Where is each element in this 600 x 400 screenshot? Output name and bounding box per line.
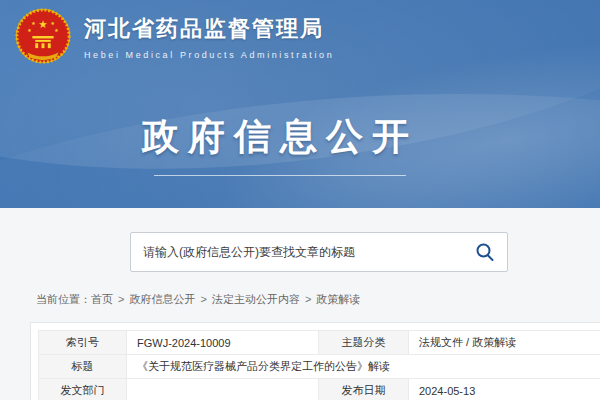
breadcrumb-separator: > bbox=[118, 293, 124, 305]
search-button[interactable] bbox=[475, 242, 495, 262]
table-row: 索引号 FGWJ-2024-10009 主题分类 法规文件 / 政策解读 bbox=[39, 331, 600, 355]
date-value: 2024-05-13 bbox=[409, 379, 600, 400]
category-label: 主题分类 bbox=[319, 331, 409, 355]
content-area: 当前位置：首页>政府信息公开>法定主动公开内容>政策解读 索引号 FGWJ-20… bbox=[0, 208, 600, 400]
svg-text:★: ★ bbox=[31, 21, 36, 26]
org-text: 河北省药品监督管理局 Hebei Medical Products Admini… bbox=[84, 14, 334, 60]
category-value: 法规文件 / 政策解读 bbox=[409, 331, 600, 355]
banner: 政府信息公开 bbox=[0, 112, 560, 176]
svg-text:★: ★ bbox=[27, 28, 32, 33]
breadcrumb-item-home[interactable]: 首页 bbox=[91, 293, 113, 305]
svg-text:★: ★ bbox=[38, 18, 48, 30]
department-value bbox=[127, 379, 319, 400]
breadcrumb-separator: > bbox=[200, 293, 206, 305]
date-label: 发布日期 bbox=[319, 379, 409, 400]
index-value: FGWJ-2024-10009 bbox=[127, 331, 319, 355]
document-info-table: 索引号 FGWJ-2024-10009 主题分类 法规文件 / 政策解读 标题 … bbox=[38, 330, 600, 400]
breadcrumb: 当前位置：首页>政府信息公开>法定主动公开内容>政策解读 bbox=[36, 292, 360, 307]
breadcrumb-item-gov-info[interactable]: 政府信息公开 bbox=[129, 293, 195, 305]
title-value: 《关于规范医疗器械产品分类界定工作的公告》解读 bbox=[127, 355, 600, 379]
breadcrumb-item-policy[interactable]: 政策解读 bbox=[316, 293, 360, 305]
national-emblem-icon: ★ ★ ★ ★ ★ bbox=[14, 8, 72, 66]
table-row: 发文部门 发布日期 2024-05-13 bbox=[39, 379, 600, 400]
svg-text:★: ★ bbox=[54, 28, 59, 33]
org-name-en: Hebei Medical Products Administration bbox=[84, 50, 334, 60]
search-box bbox=[130, 232, 508, 272]
document-info-card: 索引号 FGWJ-2024-10009 主题分类 法规文件 / 政策解读 标题 … bbox=[30, 322, 600, 400]
breadcrumb-label: 当前位置： bbox=[36, 293, 91, 305]
department-label: 发文部门 bbox=[39, 379, 127, 400]
search-input[interactable] bbox=[143, 245, 467, 259]
page: ★ ★ ★ ★ ★ 河北省药品监督管理局 Hebei Medical Produ… bbox=[0, 0, 600, 400]
table-row: 标题 《关于规范医疗器械产品分类界定工作的公告》解读 bbox=[39, 355, 600, 379]
hero-header: ★ ★ ★ ★ ★ 河北省药品监督管理局 Hebei Medical Produ… bbox=[0, 0, 600, 208]
banner-title: 政府信息公开 bbox=[0, 112, 560, 162]
search-icon bbox=[475, 242, 495, 262]
title-label: 标题 bbox=[39, 355, 127, 379]
svg-text:★: ★ bbox=[50, 21, 55, 26]
index-label: 索引号 bbox=[39, 331, 127, 355]
banner-underline bbox=[154, 175, 406, 176]
site-logo-link[interactable]: ★ ★ ★ ★ ★ 河北省药品监督管理局 Hebei Medical Produ… bbox=[14, 8, 334, 66]
breadcrumb-item-disclosure[interactable]: 法定主动公开内容 bbox=[212, 293, 300, 305]
breadcrumb-separator: > bbox=[305, 293, 311, 305]
org-name-cn: 河北省药品监督管理局 bbox=[84, 14, 334, 44]
